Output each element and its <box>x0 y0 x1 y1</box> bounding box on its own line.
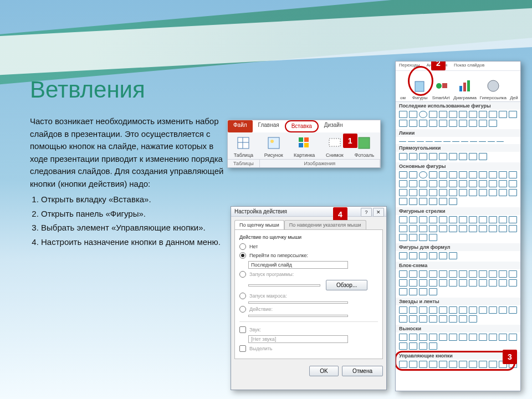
dialog-section-label: Действие по щелчку мыши <box>239 234 378 240</box>
shape-category: Фигурные стрелки <box>396 207 520 215</box>
check-sound[interactable] <box>239 326 246 333</box>
shape-row <box>396 170 520 207</box>
page-title: Ветвления <box>30 76 145 103</box>
clipart-icon <box>297 136 311 150</box>
svg-rect-3 <box>268 137 279 149</box>
svg-rect-0 <box>238 137 249 149</box>
callout-circle-2 <box>408 66 433 96</box>
dialog-tab-hover[interactable]: По наведении указателя мыши <box>284 220 366 229</box>
screenshot-icon <box>328 136 342 150</box>
shape-row <box>396 269 520 298</box>
svg-point-4 <box>270 140 274 143</box>
svg-rect-14 <box>459 86 462 91</box>
svg-rect-9 <box>329 139 340 146</box>
svg-rect-16 <box>467 80 470 91</box>
step: Открыть панель «Фигуры». <box>41 208 224 221</box>
step: Настроить назначение кнопки в данном мен… <box>41 236 224 249</box>
ribbon-item-table[interactable]: Таблица <box>231 136 256 158</box>
ok-button[interactable]: OK <box>309 366 338 376</box>
ribbon-item-picture[interactable]: Рисунок <box>262 136 286 158</box>
shape-row <box>396 332 520 352</box>
shape-category: Последние использованные фигуры <box>396 102 520 110</box>
ribbon-item-chart[interactable]: Диаграмма <box>453 68 477 100</box>
shape-row <box>396 215 520 243</box>
svg-point-17 <box>488 80 499 91</box>
svg-rect-5 <box>299 137 303 142</box>
callout-3: 3 <box>503 350 517 364</box>
shape-category: Прямоугольники <box>396 144 520 152</box>
chart-icon <box>457 78 473 94</box>
shape-category: Блок-схема <box>396 262 520 269</box>
check-highlight[interactable] <box>239 345 246 352</box>
browse-button[interactable]: Обзор... <box>326 280 367 290</box>
action-settings-dialog: Настройка действия ? ✕ 4 По щелчку мыши … <box>231 206 387 390</box>
tab-insert[interactable]: Вставка <box>285 120 319 132</box>
radio-macro[interactable] <box>239 293 246 299</box>
macro-select[interactable] <box>248 301 348 304</box>
radio-none[interactable] <box>239 243 246 250</box>
ribbon-item-frag[interactable]: Дей <box>510 69 518 100</box>
svg-rect-8 <box>304 143 309 147</box>
shape-row <box>396 152 520 162</box>
body-text: Часто возникает необходимость изменить н… <box>30 115 224 250</box>
hyperlink-icon <box>485 78 501 94</box>
shape-row <box>396 305 520 325</box>
dialog-title: Настройка действия <box>234 208 287 214</box>
radio-action[interactable] <box>239 306 246 313</box>
program-path-input[interactable] <box>248 284 320 287</box>
shape-row <box>396 110 520 129</box>
svg-rect-13 <box>442 83 447 88</box>
shape-category: Линии <box>396 129 520 137</box>
dialog-tab-click[interactable]: По щелчку мыши <box>234 220 284 229</box>
shape-category: Основные фигуры <box>396 162 520 170</box>
svg-point-12 <box>436 83 442 89</box>
action-select[interactable] <box>248 315 348 317</box>
svg-rect-15 <box>463 83 466 91</box>
shapes-top-ribbon: Переходы Анимация Показ слайдов ом Фигур… <box>396 62 520 102</box>
help-button[interactable]: ? <box>361 208 372 217</box>
svg-rect-10 <box>359 137 370 149</box>
ribbon-item-clipart[interactable]: Картинка <box>291 136 318 158</box>
close-button[interactable]: ✕ <box>373 208 384 217</box>
shape-category: Фигуры для формул <box>396 243 520 251</box>
smartart-icon <box>433 78 449 94</box>
callout-circle-3 <box>395 351 515 371</box>
ribbon-item-photoalbum[interactable]: Фотоаль <box>352 136 377 158</box>
ribbon-group-label: Изображения <box>260 160 380 167</box>
picture-icon <box>267 136 281 150</box>
ribbon-insert-snippet: Файл Главная Вставка Дизайн Таблица Рису… <box>227 120 381 168</box>
shape-category: Звезды и ленты <box>396 298 520 305</box>
radio-hyperlink[interactable] <box>239 252 246 259</box>
table-icon <box>236 136 250 150</box>
tab-design[interactable]: Дизайн <box>319 120 349 132</box>
svg-rect-7 <box>299 143 303 147</box>
ribbon-item-screenshot[interactable]: Снимок 1 <box>323 136 346 158</box>
ribbon-group-label: Таблицы <box>228 160 260 167</box>
step: Выбрать элемент «Управляющие кнопки». <box>41 222 224 234</box>
shape-row <box>396 251 520 262</box>
ribbon-item-smartart[interactable]: SmartArt <box>432 68 450 100</box>
hyperlink-target-select[interactable]: Последний слайд <box>248 261 348 269</box>
svg-rect-6 <box>304 137 309 142</box>
tab-home[interactable]: Главная <box>253 120 285 132</box>
ribbon-item-frag[interactable]: ом <box>398 69 408 100</box>
shape-category: Выноски <box>396 325 520 332</box>
photoalbum-icon <box>357 136 371 150</box>
tab-file[interactable]: Файл <box>228 120 253 132</box>
cancel-button[interactable]: Отмена <box>342 366 383 376</box>
slide: Ветвления Часто возникает необходимость … <box>0 0 532 399</box>
step: Открыть вкладку «Вставка». <box>41 193 224 206</box>
ribbon-item-shapes[interactable]: Фигуры 2 <box>411 68 428 100</box>
shape-row <box>396 137 520 144</box>
intro-paragraph: Часто возникает необходимость изменить н… <box>30 115 224 190</box>
shapes-gallery: Переходы Анимация Показ слайдов ом Фигур… <box>395 61 521 391</box>
sound-select[interactable]: [Нет звука] <box>248 335 348 343</box>
ribbon-item-hyperlink[interactable]: Гиперссылка <box>480 68 507 100</box>
radio-run-program[interactable] <box>239 271 246 278</box>
